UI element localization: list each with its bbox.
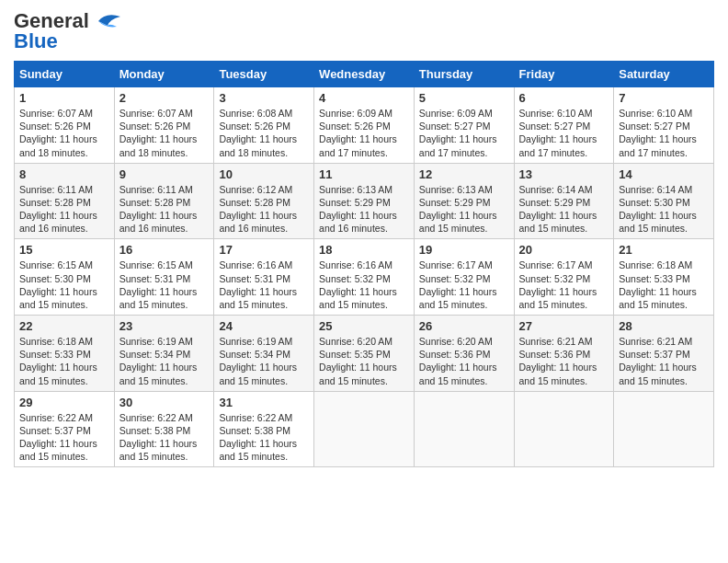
day-info: Sunrise: 6:11 AM [19, 183, 109, 196]
day-info: Daylight: 11 hours and 15 minutes. [319, 285, 409, 311]
day-info: Daylight: 11 hours and 17 minutes. [319, 132, 409, 158]
day-number: 30 [119, 396, 210, 409]
day-number: 6 [519, 91, 609, 105]
day-info: Sunset: 5:31 PM [219, 272, 309, 285]
day-number: 19 [419, 243, 509, 257]
day-info: Daylight: 11 hours and 15 minutes. [19, 361, 109, 386]
day-info: Sunset: 5:30 PM [619, 196, 709, 209]
day-number: 20 [519, 243, 609, 257]
day-info: Sunrise: 6:07 AM [19, 107, 109, 120]
day-info: Daylight: 11 hours and 16 minutes. [19, 209, 109, 235]
day-number: 15 [19, 243, 109, 257]
day-info: Daylight: 11 hours and 18 minutes. [119, 132, 210, 158]
calendar-cell: 13Sunrise: 6:14 AMSunset: 5:29 PMDayligh… [514, 163, 614, 239]
day-info: Sunset: 5:36 PM [419, 348, 509, 361]
day-info: Sunset: 5:26 PM [319, 120, 409, 132]
day-info: Sunrise: 6:16 AM [219, 259, 309, 271]
day-number: 28 [619, 319, 709, 333]
day-info: Sunrise: 6:19 AM [219, 335, 309, 348]
day-info: Daylight: 11 hours and 15 minutes. [519, 285, 609, 311]
day-number: 23 [119, 319, 210, 333]
day-number: 3 [219, 91, 309, 105]
calendar-cell: 18Sunrise: 6:16 AMSunset: 5:32 PMDayligh… [314, 239, 415, 316]
day-info: Sunrise: 6:21 AM [519, 335, 609, 348]
calendar-cell: 5Sunrise: 6:09 AMSunset: 5:27 PMDaylight… [414, 87, 514, 164]
calendar-cell: 16Sunrise: 6:15 AMSunset: 5:31 PMDayligh… [114, 239, 214, 316]
day-number: 27 [519, 319, 609, 333]
day-info: Sunrise: 6:15 AM [19, 259, 109, 271]
day-info: Daylight: 11 hours and 15 minutes. [119, 361, 210, 386]
calendar-cell: 6Sunrise: 6:10 AMSunset: 5:27 PMDaylight… [514, 87, 614, 164]
day-number: 31 [219, 396, 309, 409]
day-info: Daylight: 11 hours and 15 minutes. [219, 437, 309, 463]
day-info: Sunrise: 6:22 AM [119, 411, 210, 424]
day-info: Sunset: 5:26 PM [219, 120, 309, 132]
day-info: Sunrise: 6:18 AM [19, 335, 109, 348]
calendar-table: SundayMondayTuesdayWednesdayThursdayFrid… [14, 61, 714, 467]
day-header-friday: Friday [514, 62, 614, 87]
calendar-week-row: 15Sunrise: 6:15 AMSunset: 5:30 PMDayligh… [15, 239, 714, 316]
day-info: Sunrise: 6:10 AM [619, 107, 709, 120]
calendar-cell: 21Sunrise: 6:18 AMSunset: 5:33 PMDayligh… [614, 239, 714, 316]
day-header-monday: Monday [114, 62, 214, 87]
calendar-cell: 14Sunrise: 6:14 AMSunset: 5:30 PMDayligh… [614, 163, 714, 239]
calendar-cell: 30Sunrise: 6:22 AMSunset: 5:38 PMDayligh… [114, 391, 214, 467]
day-info: Daylight: 11 hours and 18 minutes. [219, 132, 309, 158]
calendar-cell: 2Sunrise: 6:07 AMSunset: 5:26 PMDaylight… [114, 87, 214, 164]
calendar-cell: 24Sunrise: 6:19 AMSunset: 5:34 PMDayligh… [214, 316, 314, 392]
day-info: Daylight: 11 hours and 15 minutes. [319, 361, 409, 386]
calendar-cell: 27Sunrise: 6:21 AMSunset: 5:36 PMDayligh… [514, 316, 614, 392]
day-number: 9 [119, 167, 210, 181]
day-number: 13 [519, 167, 609, 181]
day-info: Sunrise: 6:09 AM [419, 107, 509, 120]
calendar-cell: 12Sunrise: 6:13 AMSunset: 5:29 PMDayligh… [414, 163, 514, 239]
calendar-cell: 25Sunrise: 6:20 AMSunset: 5:35 PMDayligh… [314, 316, 415, 392]
day-info: Sunrise: 6:12 AM [219, 183, 309, 196]
day-number: 7 [619, 91, 709, 105]
day-info: Sunset: 5:27 PM [619, 120, 709, 132]
day-info: Sunrise: 6:19 AM [119, 335, 210, 348]
day-number: 2 [119, 91, 210, 105]
day-info: Sunrise: 6:11 AM [119, 183, 210, 196]
day-info: Sunrise: 6:14 AM [619, 183, 709, 196]
day-info: Daylight: 11 hours and 16 minutes. [219, 209, 309, 235]
day-info: Sunset: 5:29 PM [319, 196, 409, 209]
day-number: 16 [119, 243, 210, 257]
day-info: Sunrise: 6:22 AM [19, 411, 109, 424]
calendar-cell: 17Sunrise: 6:16 AMSunset: 5:31 PMDayligh… [214, 239, 314, 316]
day-header-wednesday: Wednesday [314, 62, 415, 87]
day-info: Daylight: 11 hours and 15 minutes. [419, 361, 509, 386]
calendar-cell [514, 391, 614, 467]
day-info: Sunrise: 6:17 AM [519, 259, 609, 271]
calendar-cell: 1Sunrise: 6:07 AMSunset: 5:26 PMDaylight… [15, 87, 115, 164]
day-number: 5 [419, 91, 509, 105]
day-number: 14 [619, 167, 709, 181]
day-info: Sunset: 5:38 PM [219, 424, 309, 437]
day-info: Sunrise: 6:22 AM [219, 411, 309, 424]
day-info: Daylight: 11 hours and 16 minutes. [119, 209, 210, 235]
day-info: Sunset: 5:34 PM [219, 348, 309, 361]
day-info: Sunrise: 6:10 AM [519, 107, 609, 120]
day-info: Sunset: 5:34 PM [119, 348, 210, 361]
calendar-cell [314, 391, 415, 467]
day-info: Sunset: 5:28 PM [219, 196, 309, 209]
calendar-cell: 7Sunrise: 6:10 AMSunset: 5:27 PMDaylight… [614, 87, 714, 164]
day-number: 24 [219, 319, 309, 333]
calendar-header-row: SundayMondayTuesdayWednesdayThursdayFrid… [15, 62, 714, 87]
day-info: Sunset: 5:29 PM [519, 196, 609, 209]
day-info: Sunrise: 6:18 AM [619, 259, 709, 271]
day-info: Sunrise: 6:07 AM [119, 107, 210, 120]
day-info: Sunrise: 6:21 AM [619, 335, 709, 348]
day-info: Sunrise: 6:09 AM [319, 107, 409, 120]
calendar-cell: 9Sunrise: 6:11 AMSunset: 5:28 PMDaylight… [114, 163, 214, 239]
calendar-cell: 20Sunrise: 6:17 AMSunset: 5:32 PMDayligh… [514, 239, 614, 316]
day-info: Sunrise: 6:20 AM [419, 335, 509, 348]
day-info: Sunset: 5:36 PM [519, 348, 609, 361]
day-info: Sunset: 5:32 PM [419, 272, 509, 285]
day-number: 26 [419, 319, 509, 333]
calendar-cell: 15Sunrise: 6:15 AMSunset: 5:30 PMDayligh… [15, 239, 115, 316]
day-info: Sunset: 5:33 PM [19, 348, 109, 361]
day-info: Sunset: 5:33 PM [619, 272, 709, 285]
day-info: Sunset: 5:28 PM [119, 196, 210, 209]
day-info: Sunrise: 6:15 AM [119, 259, 210, 271]
